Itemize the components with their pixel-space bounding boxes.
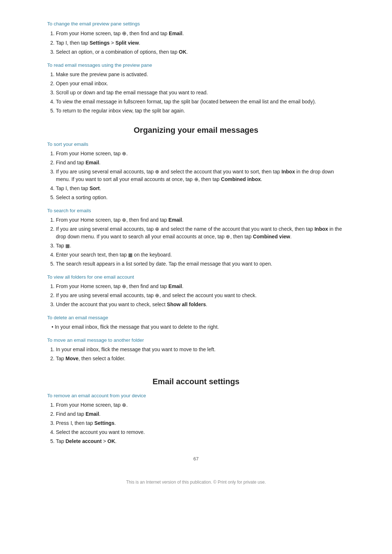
apps-icon: ⊕ <box>122 283 126 289</box>
list-item: Select an option, or a combination of op… <box>56 48 345 56</box>
section-heading-delete-email: To delete an email message <box>47 315 345 320</box>
list-delete-email: In your email inbox, flick the message t… <box>47 323 345 331</box>
list-item: From your Home screen, tap ⊕, then find … <box>56 283 345 290</box>
list-move-email: In your email inbox, flick the message t… <box>47 346 345 362</box>
list-read-preview: Make sure the preview pane is activated.… <box>47 71 345 115</box>
list-item: To return to the regular inbox view, tap… <box>56 107 345 115</box>
apps-icon: ⊕ <box>122 151 126 156</box>
section-heading-read-preview: To read email messages using the preview… <box>47 62 345 68</box>
subsection-remove-account: To remove an email account from your dev… <box>47 393 345 445</box>
apps-icon: ⊕ <box>155 226 159 232</box>
sort-bold: Sort <box>90 185 100 191</box>
list-item: In your email inbox, flick the message t… <box>52 323 345 331</box>
list-item: Tap Move, then select a folder. <box>56 355 345 362</box>
section-email-account-settings: Email account settings To remove an emai… <box>47 377 345 445</box>
list-item: In your email inbox, flick the message t… <box>56 346 345 353</box>
show-all-folders-bold: Show all folders <box>167 301 206 307</box>
email-bold: Email <box>86 160 99 165</box>
apps-icon: ⊕ <box>122 30 127 36</box>
list-item: Select a sorting option. <box>56 194 345 201</box>
section-preview-pane-settings: To change the email preview pane setting… <box>47 21 345 56</box>
apps-icon: ⊕ <box>194 176 199 182</box>
inbox-bold: Inbox <box>314 226 328 232</box>
settings-bold: Settings <box>90 40 110 46</box>
list-item: To view the email message in fullscreen … <box>56 98 345 106</box>
section-heading-sort: To sort your emails <box>47 141 345 147</box>
list-item: Press ⁝, then tap Settings. <box>56 419 345 427</box>
subsection-view-folders: To view all folders for one email accoun… <box>47 274 345 308</box>
section-heading-move-email: To move an email message to another fold… <box>47 337 345 343</box>
section-heading-preview-settings: To change the email preview pane setting… <box>47 21 345 26</box>
footer: This is an Internet version of this publ… <box>47 476 345 485</box>
list-sort: From your Home screen, tap ⊕. Find and t… <box>47 150 345 201</box>
delete-account-bold: Delete account <box>65 438 102 444</box>
list-item: Enter your search text, then tap ▦ on th… <box>56 251 345 259</box>
email-bold: Email <box>168 283 182 289</box>
ok-bold: OK <box>107 438 115 444</box>
list-item: Open your email inbox. <box>56 80 345 87</box>
list-item: If you are using several email accounts,… <box>56 225 345 241</box>
list-item: Under the account that you want to check… <box>56 301 345 308</box>
email-bold: Email <box>86 411 99 417</box>
subsection-move-email: To move an email message to another fold… <box>47 337 345 362</box>
page-number: 67 <box>47 456 345 461</box>
list-item: From your Home screen, tap ⊕, then find … <box>56 216 345 224</box>
subsection-search: To search for emails From your Home scre… <box>47 208 345 268</box>
section-read-preview: To read email messages using the preview… <box>47 62 345 115</box>
list-item: Tap ⁝, then tap Sort. <box>56 185 345 192</box>
section-heading-view-folders: To view all folders for one email accoun… <box>47 274 345 280</box>
search-icon-keyboard: ▦ <box>128 252 132 258</box>
list-item: From your Home screen, tap ⊕. <box>56 150 345 157</box>
list-item: If you are using several email accounts,… <box>56 292 345 299</box>
footer-text: This is an Internet version of this publ… <box>126 480 266 485</box>
page-content: To change the email preview pane setting… <box>40 0 352 514</box>
list-item: If you are using several email accounts,… <box>56 168 345 183</box>
list-item: Make sure the preview pane is activated. <box>56 71 345 78</box>
settings-bold: Settings <box>94 420 114 426</box>
ok-bold: OK <box>179 49 187 55</box>
section-organizing: Organizing your email messages To sort y… <box>47 126 345 362</box>
list-search: From your Home screen, tap ⊕, then find … <box>47 216 345 268</box>
section-heading-search: To search for emails <box>47 208 345 213</box>
list-preview-settings: From your Home screen, tap ⊕, then find … <box>47 29 345 56</box>
apps-icon: ⊕ <box>155 169 159 175</box>
apps-icon: ⊕ <box>226 234 230 239</box>
split-view-bold: Split view <box>115 40 139 46</box>
list-item: From your Home screen, tap ⊕, then find … <box>56 29 345 38</box>
list-item: The search result appears in a list sort… <box>56 260 345 268</box>
list-item: Find and tap Email. <box>56 410 345 418</box>
list-remove-account: From your Home screen, tap ⊕. Find and t… <box>47 401 345 445</box>
apps-icon: ⊕ <box>122 217 126 223</box>
combined-view-bold: Combined view <box>253 234 290 239</box>
list-item: Tap ▦. <box>56 242 345 250</box>
subsection-delete-email: To delete an email message In your email… <box>47 315 345 331</box>
email-bold: Email <box>169 30 182 36</box>
subsection-sort: To sort your emails From your Home scree… <box>47 141 345 201</box>
apps-icon: ⊕ <box>122 402 126 408</box>
email-bold: Email <box>168 217 182 223</box>
list-item: Select the account you want to remove. <box>56 428 345 436</box>
inbox-bold: Inbox <box>281 169 295 175</box>
list-item: Tap ⁝, then tap Settings > Split view. <box>56 39 345 47</box>
major-heading-email-account-settings: Email account settings <box>47 377 345 386</box>
list-view-folders: From your Home screen, tap ⊕, then find … <box>47 283 345 308</box>
move-bold: Move <box>65 356 78 361</box>
apps-icon: ⊕ <box>155 292 159 298</box>
list-item: Find and tap Email. <box>56 159 345 167</box>
list-item: From your Home screen, tap ⊕. <box>56 401 345 409</box>
list-item: Tap Delete account > OK. <box>56 438 345 445</box>
search-icon: ▦ <box>65 243 70 249</box>
major-heading-organizing: Organizing your email messages <box>47 126 345 135</box>
list-item: Scroll up or down and tap the email mess… <box>56 89 345 97</box>
section-heading-remove-account: To remove an email account from your dev… <box>47 393 345 398</box>
combined-inbox-bold: Combined inbox <box>221 176 261 182</box>
